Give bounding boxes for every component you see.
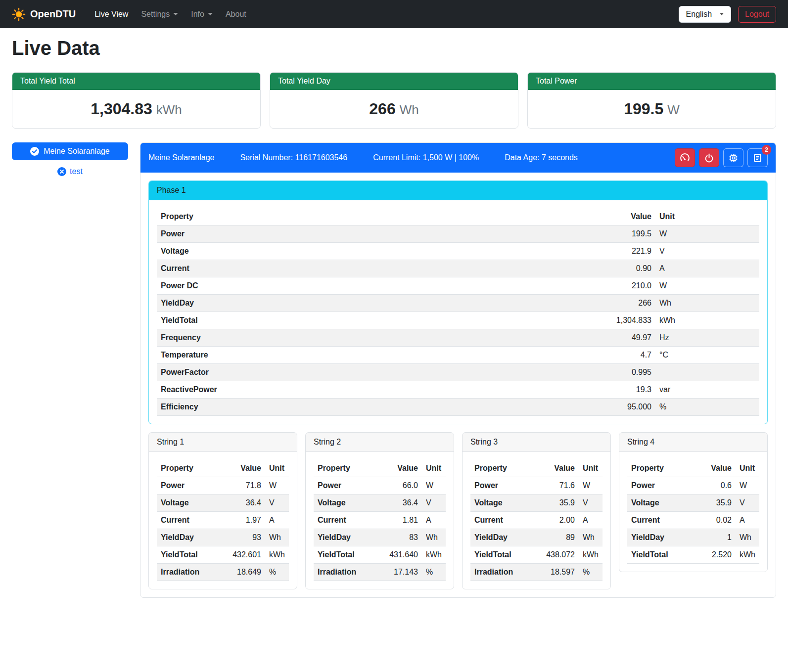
property-cell: YieldDay: [157, 295, 455, 312]
property-cell: YieldTotal: [627, 546, 694, 564]
unit-cell: W: [655, 277, 759, 295]
value-cell: 2.00: [531, 512, 579, 529]
cpu-icon: [728, 153, 739, 163]
column-header-unit: Unit: [736, 460, 759, 477]
limit-settings-button[interactable]: [675, 148, 695, 167]
brand-link[interactable]: OpenDTU: [12, 7, 76, 21]
table-row: YieldTotal432.601kWh: [157, 546, 289, 564]
property-cell: Efficiency: [157, 399, 455, 416]
column-header-property: Property: [314, 460, 374, 477]
property-cell: Power: [627, 477, 694, 494]
inverter-select-button[interactable]: Meine Solaranlage: [12, 142, 128, 160]
property-cell: PowerFactor: [157, 364, 455, 381]
unit-cell: V: [422, 494, 446, 512]
power-icon: [704, 153, 714, 163]
inverter-card-header: Meine Solaranlage Serial Number: 1161716…: [140, 143, 776, 173]
summary-card-total-power: Total Power 199.5W: [527, 72, 776, 129]
string-card-1: String 1 Property Value Unit Power71.8WV…: [148, 432, 297, 589]
table-row: Current1.97A: [157, 512, 289, 529]
value-cell: 1.97: [218, 512, 265, 529]
string-header: String 3: [463, 433, 610, 452]
unit-cell: A: [579, 512, 603, 529]
logout-button[interactable]: Logout: [738, 6, 776, 23]
table-row: Voltage221.9V: [157, 243, 759, 260]
chevron-down-icon: [208, 13, 213, 15]
events-button[interactable]: 2: [747, 148, 768, 167]
table-row: Current0.02A: [627, 512, 759, 529]
property-cell: YieldDay: [157, 529, 218, 546]
nav-item-about[interactable]: About: [221, 6, 251, 23]
value-cell: 0.6: [694, 477, 736, 494]
phase-card: Phase 1 Property Value Unit Power199.5WV…: [148, 180, 768, 424]
table-row: Power199.5W: [157, 225, 759, 243]
nav-item-label: Info: [191, 10, 204, 19]
language-select[interactable]: English: [679, 6, 731, 23]
device-info-button[interactable]: [723, 148, 743, 167]
value-cell: 36.4: [374, 494, 422, 512]
value-cell: 95.000: [455, 399, 655, 416]
value-cell: 71.8: [218, 477, 265, 494]
unit-cell: A: [265, 512, 289, 529]
table-header-row: Property Value Unit: [314, 460, 446, 477]
inverter-data-age: Data Age: 7 seconds: [505, 153, 578, 162]
inverter-test-link[interactable]: test: [12, 167, 128, 176]
value-cell: 49.97: [455, 329, 655, 347]
value-cell: 17.143: [374, 564, 422, 581]
unit-cell: Wh: [736, 529, 759, 546]
property-cell: Voltage: [314, 494, 374, 512]
property-cell: YieldDay: [470, 529, 531, 546]
nav-links: Live View Settings Info About: [90, 6, 251, 23]
table-row: Current0.90A: [157, 260, 759, 277]
value-cell: 35.9: [694, 494, 736, 512]
string-table: Property Value Unit Power0.6WVoltage35.9…: [627, 460, 759, 564]
table-header-row: Property Value Unit: [157, 460, 289, 477]
value-cell: 221.9: [455, 243, 655, 260]
nav-item-info[interactable]: Info: [186, 6, 218, 23]
unit-cell: A: [655, 260, 759, 277]
unit-cell: W: [655, 225, 759, 243]
unit-cell: Wh: [579, 529, 603, 546]
table-row: Irradiation17.143%: [314, 564, 446, 581]
unit-cell: W: [736, 477, 759, 494]
summary-card-body: 1,304.83kWh: [12, 90, 260, 128]
unit-cell: Wh: [422, 529, 446, 546]
property-cell: Current: [157, 512, 218, 529]
summary-value: 199.5: [624, 100, 663, 118]
value-cell: 1,304.833: [455, 312, 655, 329]
property-cell: Power: [157, 225, 455, 243]
inverter-actions: 2: [675, 148, 768, 167]
summary-value: 266: [369, 100, 395, 118]
unit-cell: kWh: [655, 312, 759, 329]
table-header-row: Property Value Unit: [470, 460, 603, 477]
value-cell: 0.02: [694, 512, 736, 529]
value-cell: 1: [694, 529, 736, 546]
property-cell: Current: [470, 512, 531, 529]
speedometer-icon: [680, 153, 690, 163]
string-table: Property Value Unit Power66.0WVoltage36.…: [314, 460, 446, 581]
summary-card-title: Total Yield Total: [12, 73, 260, 90]
property-cell: Irradiation: [314, 564, 374, 581]
value-cell: 266: [455, 295, 655, 312]
value-cell: 2.520: [694, 546, 736, 564]
table-row: Power71.8W: [157, 477, 289, 494]
string-header: String 4: [619, 433, 767, 452]
value-cell: 1.81: [374, 512, 422, 529]
sun-icon: [12, 7, 26, 21]
check-circle-icon: [30, 147, 39, 156]
power-button[interactable]: [699, 148, 719, 167]
unit-cell: kWh: [736, 546, 759, 564]
nav-item-settings[interactable]: Settings: [136, 6, 183, 23]
table-header-row: Property Value Unit: [157, 208, 759, 225]
unit-cell: Wh: [265, 529, 289, 546]
property-cell: Power: [314, 477, 374, 494]
summary-unit: kWh: [156, 102, 182, 117]
value-cell: 0.90: [455, 260, 655, 277]
property-cell: Irradiation: [470, 564, 531, 581]
nav-item-live-view[interactable]: Live View: [90, 6, 133, 23]
table-row: YieldTotal2.520kWh: [627, 546, 759, 564]
summary-value: 1,304.83: [91, 100, 152, 118]
property-cell: YieldTotal: [470, 546, 531, 564]
table-row: ReactivePower19.3var: [157, 381, 759, 399]
x-circle-icon: [57, 167, 66, 176]
value-cell: 431.640: [374, 546, 422, 564]
